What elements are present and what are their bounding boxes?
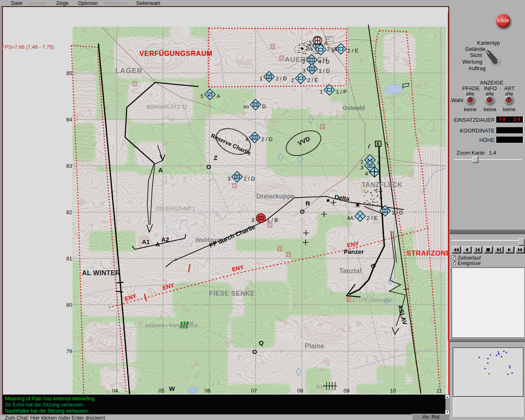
svg-text:07: 07: [251, 388, 257, 394]
svg-text:Panzer: Panzer: [344, 248, 364, 255]
svg-text:A: A: [324, 40, 328, 46]
svg-text:BIWAKPLATZ 12: BIWAKPLATZ 12: [147, 104, 187, 110]
svg-text:2: 2: [291, 77, 294, 83]
svg-text:85: 85: [66, 70, 72, 76]
svg-text:06: 06: [205, 388, 210, 394]
svg-text:VERFÜGUNGSRAUM: VERFÜGUNGSRAUM: [139, 50, 212, 57]
svg-text:A1: A1: [142, 238, 150, 245]
svg-text:Infantrie - Kampfstand: Infantrie - Kampfstand: [145, 322, 198, 329]
svg-text:4: 4: [245, 136, 248, 142]
svg-text:B: B: [377, 142, 379, 146]
svg-text:2: 2: [361, 159, 363, 165]
svg-text:2 / E: 2 / E: [347, 48, 358, 54]
svg-text:O: O: [206, 163, 211, 170]
svg-text:2 / E: 2 / E: [307, 77, 318, 83]
svg-text:O: O: [300, 208, 305, 215]
svg-text:5: 5: [201, 93, 203, 99]
svg-text:AL WINTER: AL WINTER: [82, 269, 120, 276]
svg-text:1 / D: 1 / D: [319, 68, 330, 74]
svg-text:Tanztal: Tanztal: [339, 267, 361, 274]
svg-text:80: 80: [66, 302, 72, 308]
svg-text:2 / D: 2 / D: [244, 176, 255, 182]
svg-text:2: 2: [302, 59, 305, 65]
svg-text:LAGER: LAGER: [115, 67, 143, 75]
svg-text:FIESE SENKE: FIESE SENKE: [209, 290, 255, 297]
svg-text:4A: 4A: [347, 215, 354, 221]
svg-text:05: 05: [158, 388, 164, 394]
svg-text:10: 10: [390, 388, 396, 394]
svg-text:R: R: [306, 200, 310, 207]
svg-text:08: 08: [297, 388, 303, 394]
svg-text:09: 09: [344, 388, 349, 394]
svg-text:3: 3: [251, 217, 254, 223]
svg-text:W: W: [169, 385, 175, 392]
svg-text:...: ...: [162, 114, 166, 119]
svg-text:Plaine: Plaine: [305, 342, 324, 349]
svg-text:1 / D: 1 / D: [392, 210, 403, 216]
svg-text:A: A: [217, 93, 220, 99]
svg-text:3: 3: [303, 68, 306, 74]
svg-text:3: 3: [361, 164, 363, 171]
svg-text:xo: xo: [243, 103, 249, 110]
svg-text:TANZFLECK: TANZFLECK: [362, 181, 402, 188]
svg-text:Dreierkuppe: Dreierkuppe: [256, 193, 294, 200]
svg-text:4: 4: [365, 171, 368, 177]
svg-text:Q: Q: [259, 339, 264, 346]
svg-text:R37: R37: [316, 384, 325, 390]
svg-text:84: 84: [66, 116, 72, 123]
svg-text:A: A: [155, 241, 160, 248]
svg-text:D: D: [262, 103, 266, 110]
svg-text:81: 81: [66, 256, 72, 262]
svg-text:2 / D: 2 / D: [276, 75, 287, 82]
svg-text:11: 11: [436, 388, 442, 394]
svg-text:1 / P: 1 / P: [336, 89, 347, 95]
svg-text:1: 1: [320, 89, 323, 95]
svg-text:A: A: [158, 167, 163, 173]
svg-text:Ostwald: Ostwald: [342, 105, 365, 111]
svg-text:37 LFK Stellungen: 37 LFK Stellungen: [352, 297, 393, 303]
svg-text:79: 79: [66, 348, 72, 354]
svg-text:4 / D: 4 / D: [318, 59, 329, 65]
svg-text:04: 04: [112, 388, 118, 394]
svg-text:2A: 2A: [306, 46, 313, 52]
svg-text:2 / D: 2 / D: [261, 136, 272, 142]
svg-text:3: 3: [228, 176, 231, 182]
svg-text:2 / E: 2 / E: [367, 215, 378, 221]
svg-text:A2: A2: [161, 236, 169, 243]
svg-text:82: 82: [66, 209, 72, 215]
svg-text:STRAFZONE: STRAFZONE: [406, 249, 448, 257]
svg-text:1: 1: [260, 75, 262, 82]
svg-text:2 / E: 2 / E: [327, 46, 338, 52]
svg-text:83: 83: [66, 163, 72, 169]
svg-text:1 / B: 1 / B: [267, 217, 278, 223]
svg-text:A: A: [377, 160, 381, 166]
svg-text:ZIELEFELD ARI 1: ZIELEFELD ARI 1: [155, 206, 195, 212]
svg-text:Z: Z: [214, 154, 217, 161]
svg-text:O: O: [252, 348, 257, 355]
